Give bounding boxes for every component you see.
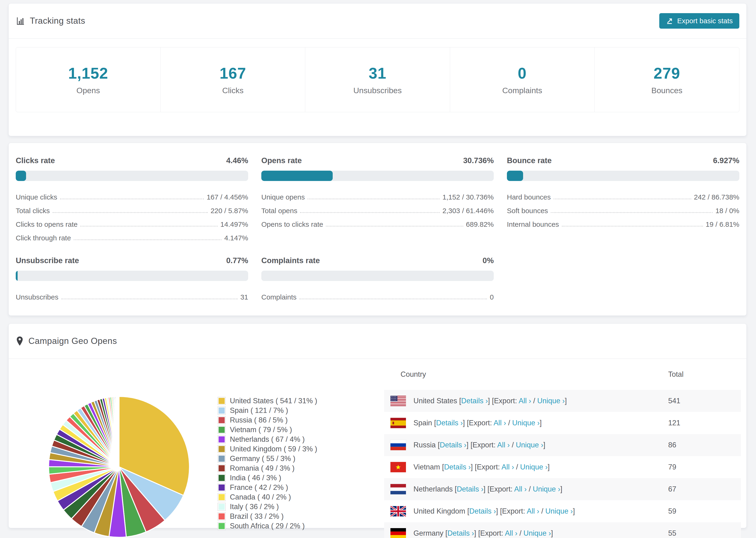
export-unique-link[interactable]: Unique › [533, 485, 560, 493]
rate-row: Soft bounces18 / 0% [507, 202, 739, 216]
details-link[interactable]: Details › [440, 441, 466, 449]
country-cell: United Kingdom [Details ›] [Export: All … [413, 500, 668, 522]
stat-value: 167 [220, 64, 246, 82]
stat-label: Unsubscribes [353, 86, 402, 95]
country-total: 86 [668, 434, 741, 456]
details-link[interactable]: Details › [457, 485, 483, 493]
country-cell: Spain [Details ›] [Export: All › / Uniqu… [413, 412, 668, 434]
rate-row: Total clicks220 / 5.87% [16, 202, 248, 216]
rate-row-value: 167 / 4.456% [207, 193, 248, 202]
export-all-link[interactable]: All › [519, 397, 531, 405]
rate-row-label: Total clicks [16, 207, 50, 216]
stat-box-complaints: 0Complaints [450, 47, 594, 112]
rate-row-label: Internal bounces [507, 220, 559, 229]
rate-percent: 4.46% [226, 156, 248, 165]
export-unique-link[interactable]: Unique › [537, 397, 565, 405]
rate-row-value: 14.497% [220, 220, 248, 229]
rate-row-label: Unsubscribes [16, 293, 58, 302]
details-link[interactable]: Details › [469, 507, 496, 515]
export-all-link[interactable]: All › [514, 485, 527, 493]
legend-label: India ( 46 / 3% ) [230, 474, 281, 482]
rate-block-clicks-rate: Clicks rate4.46%Unique clicks167 / 4.456… [16, 156, 248, 243]
stat-box-bounces: 279Bounces [594, 47, 739, 112]
gb-flag-icon [384, 500, 413, 522]
rate-row-label: Unique opens [261, 193, 305, 202]
export-all-link[interactable]: All › [497, 441, 510, 449]
stat-label: Complaints [502, 86, 542, 95]
country-total: 59 [668, 500, 741, 522]
legend-swatch [218, 493, 226, 501]
legend-swatch [218, 426, 226, 434]
rate-row-value: 2,303 / 61.446% [442, 207, 494, 216]
export-all-link[interactable]: All › [494, 419, 506, 427]
legend-swatch [218, 464, 226, 472]
country-cell: United States [Details ›] [Export: All ›… [413, 390, 668, 412]
export-basic-stats-button[interactable]: Export basic stats [659, 13, 739, 28]
rate-row-value: 242 / 86.738% [694, 193, 739, 202]
geo-opens-header: Campaign Geo Opens [9, 324, 746, 359]
rate-block-opens-rate: Opens rate30.736%Unique opens1,152 / 30.… [261, 156, 494, 243]
rate-head: Complaints rate0% [261, 256, 494, 265]
export-unique-link[interactable]: Unique › [545, 507, 573, 515]
rate-head: Opens rate30.736% [261, 156, 494, 165]
export-all-link[interactable]: All › [505, 529, 517, 537]
country-cell: Netherlands [Details ›] [Export: All › /… [413, 478, 668, 500]
geo-table: Country Total United States [Details ›] … [384, 359, 741, 538]
geo-opens-title: Campaign Geo Opens [28, 336, 117, 346]
rate-row: Complaints0 [261, 289, 494, 302]
rates-card: Clicks rate4.46%Unique clicks167 / 4.456… [9, 143, 747, 316]
nl-flag-icon [384, 478, 413, 500]
vn-flag-icon [384, 456, 413, 478]
rate-row: Unsubscribes31 [16, 289, 248, 302]
legend-swatch [218, 474, 226, 482]
rate-head: Unsubscribe rate0.77% [16, 256, 248, 265]
stat-box-opens: 1,152Opens [16, 47, 160, 112]
rate-progress-bar [16, 171, 248, 181]
country-cell: Germany [Details ›] [Export: All › / Uni… [413, 522, 668, 538]
legend-swatch [218, 522, 226, 530]
details-link[interactable]: Details › [461, 397, 488, 405]
rate-rows: Unique opens1,152 / 30.736%Total opens2,… [261, 188, 494, 229]
dotted-leader [74, 240, 221, 240]
rate-rows: Hard bounces242 / 86.738%Soft bounces18 … [507, 188, 739, 229]
rate-row: Clicks to opens rate14.497% [16, 216, 248, 229]
dotted-leader [307, 198, 440, 199]
legend-item: Canada ( 40 / 2% ) [218, 492, 317, 502]
country-total: 541 [668, 390, 741, 412]
dashboard-page: Tracking stats Export basic stats 1,152O… [0, 0, 756, 538]
rate-percent: 6.927% [713, 156, 739, 165]
rate-row-value: 19 / 6.81% [706, 220, 739, 229]
tracking-stats-header: Tracking stats Export basic stats [9, 4, 746, 39]
rate-row: Click through rate4.147% [16, 229, 248, 243]
export-all-link[interactable]: All › [502, 463, 514, 471]
legend-label: Netherlands ( 67 / 4% ) [230, 435, 305, 444]
stat-value: 31 [369, 64, 386, 82]
export-unique-link[interactable]: Unique › [520, 463, 548, 471]
stats-row: 1,152Opens167Clicks31Unsubscribes0Compla… [16, 47, 739, 112]
details-link[interactable]: Details › [448, 529, 474, 537]
geo-table-wrap: Country Total United States [Details ›] … [384, 359, 741, 538]
rate-row-value: 220 / 5.87% [211, 207, 248, 216]
country-total: 79 [668, 456, 741, 478]
export-unique-link[interactable]: Unique › [516, 441, 543, 449]
stat-value: 279 [654, 64, 680, 82]
geo-pie-legend: United States ( 541 / 31% )Spain ( 121 /… [218, 396, 317, 531]
details-link[interactable]: Details › [444, 463, 471, 471]
legend-swatch [218, 406, 226, 414]
map-pin-icon [16, 336, 24, 346]
rate-row-label: Opens to clicks rate [261, 220, 323, 229]
rate-progress-bar [507, 171, 739, 181]
country-name: Germany [413, 529, 443, 537]
legend-item: Brazil ( 33 / 2% ) [218, 511, 317, 521]
export-unique-link[interactable]: Unique › [512, 419, 540, 427]
rate-block-bounce-rate: Bounce rate6.927%Hard bounces242 / 86.73… [507, 156, 739, 243]
details-link[interactable]: Details › [436, 419, 463, 427]
legend-item: United States ( 541 / 31% ) [218, 396, 317, 405]
rate-title: Unsubscribe rate [16, 256, 79, 265]
geo-table-row: United States [Details ›] [Export: All ›… [384, 390, 741, 412]
rate-title: Bounce rate [507, 156, 552, 165]
export-all-link[interactable]: All › [527, 507, 539, 515]
export-unique-link[interactable]: Unique › [523, 529, 551, 537]
ru-flag-icon [384, 434, 413, 456]
dotted-leader [554, 198, 691, 199]
